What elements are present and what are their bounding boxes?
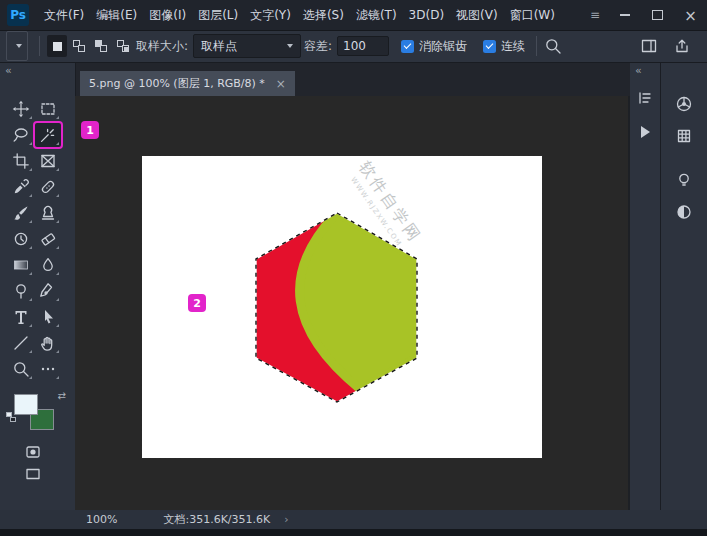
document[interactable]: 软件自学网 WWW.RJZXW.COM 2 [142, 156, 542, 458]
eyedropper-tool[interactable] [8, 175, 34, 199]
subtract-selection-icon [95, 40, 107, 52]
sample-size-value: 取样点 [201, 38, 237, 55]
brush-tool[interactable] [8, 201, 34, 225]
close-icon [684, 6, 697, 25]
color-wheel-icon [675, 95, 693, 113]
gradient-tool-icon [12, 256, 30, 274]
clone-stamp-tool[interactable] [35, 201, 61, 225]
tolerance-label: 容差: [304, 38, 332, 55]
zoom-level[interactable]: 100% [86, 513, 117, 526]
play-icon [641, 126, 650, 138]
photoshop-logo: Ps [7, 4, 29, 26]
marquee-tool[interactable] [35, 97, 61, 121]
line-tool-icon [12, 334, 30, 352]
tolerance-input[interactable] [337, 36, 389, 56]
checkbox-checked-icon [483, 40, 496, 53]
dodge-tool[interactable] [8, 279, 34, 303]
tab-strip: 5.png @ 100% (图层 1, RGB/8) * [75, 62, 630, 96]
tools-panel [0, 62, 76, 510]
move-tool[interactable] [8, 97, 34, 121]
step-2-badge: 2 [188, 294, 206, 312]
menu-filter[interactable]: 滤镜(T) [350, 0, 403, 30]
step-1-badge: 1 [81, 121, 99, 139]
menu-edit[interactable]: 编辑(E) [90, 0, 143, 30]
eraser-tool[interactable] [35, 227, 61, 251]
crop-tool[interactable] [8, 149, 34, 173]
add-selection-button[interactable] [69, 35, 89, 57]
frame-tool[interactable] [35, 149, 61, 173]
add-selection-icon [73, 40, 85, 52]
menu-bar: Ps 文件(F) 编辑(E) 图像(I) 图层(L) 文字(Y) 选择(S) 滤… [0, 0, 707, 31]
line-tool[interactable] [8, 331, 34, 355]
move-tool-icon [12, 100, 30, 118]
canvas-area[interactable]: 软件自学网 WWW.RJZXW.COM 2 [75, 96, 630, 510]
document-tab[interactable]: 5.png @ 100% (图层 1, RGB/8) * [80, 71, 295, 96]
screen-mode-button[interactable] [20, 464, 46, 484]
learn-panel-button[interactable] [672, 168, 696, 192]
eraser-tool-icon [39, 230, 57, 248]
blur-tool[interactable] [35, 253, 61, 277]
tool-preset-picker[interactable] [6, 31, 28, 61]
menu-view[interactable]: 视图(V) [450, 0, 504, 30]
gradient-tool[interactable] [8, 253, 34, 277]
zoom-tool[interactable] [8, 357, 34, 381]
menu-type[interactable]: 文字(Y) [244, 0, 297, 30]
pen-tool[interactable] [35, 279, 61, 303]
path-selection-tool[interactable] [35, 305, 61, 329]
share-icon[interactable] [673, 37, 691, 55]
close-button[interactable] [674, 0, 707, 30]
3d-panel-button[interactable] [672, 200, 696, 224]
swatches-panel-button[interactable] [672, 124, 696, 148]
healing-brush-tool[interactable] [35, 175, 61, 199]
expand-panels-icon[interactable] [635, 64, 642, 77]
clone-stamp-tool-icon [39, 204, 57, 222]
maximize-button[interactable] [641, 0, 674, 30]
menu-select[interactable]: 选择(S) [297, 0, 350, 30]
ellipsis-icon [39, 360, 57, 378]
document-tab-title: 5.png @ 100% (图层 1, RGB/8) * [89, 76, 265, 91]
subtract-selection-button[interactable] [91, 35, 111, 57]
properties-panel-icon [636, 89, 654, 107]
checkbox-checked-icon [401, 40, 414, 53]
brush-tool-icon [12, 204, 30, 222]
sample-size-dropdown[interactable]: 取样点 [193, 34, 301, 58]
menu-overflow-icon[interactable] [582, 8, 608, 22]
anti-alias-option[interactable]: 消除锯齿 [401, 38, 467, 55]
tab-close-icon[interactable] [276, 77, 286, 91]
panels-icon[interactable] [640, 37, 658, 55]
actions-panel-button[interactable] [633, 120, 657, 144]
color-swatches [10, 392, 66, 436]
foreground-color-swatch[interactable] [14, 394, 38, 415]
menu-image[interactable]: 图像(I) [143, 0, 192, 30]
menu-3d[interactable]: 3D(D) [403, 0, 450, 30]
blur-tool-icon [39, 256, 57, 274]
menu-window[interactable]: 窗口(W) [504, 0, 561, 30]
menu-layer[interactable]: 图层(L) [192, 0, 244, 30]
pen-tool-icon [39, 282, 57, 300]
maximize-icon [652, 10, 663, 20]
status-bar: 100% 文档:351.6K/351.6K [0, 510, 707, 529]
lasso-tool[interactable] [8, 123, 34, 147]
minimize-button[interactable] [608, 0, 641, 30]
menu-file[interactable]: 文件(F) [38, 0, 90, 30]
contiguous-option[interactable]: 连续 [483, 38, 525, 55]
color-panel-button[interactable] [672, 92, 696, 116]
more-tools-button[interactable] [35, 357, 61, 381]
selection-mode-group [47, 35, 133, 57]
intersect-selection-button[interactable] [113, 35, 133, 57]
search-icon[interactable] [544, 37, 562, 55]
quick-mask-button[interactable] [20, 442, 46, 462]
window-bottom-edge [0, 529, 707, 536]
magic-wand-tool-icon [39, 126, 57, 144]
type-tool[interactable] [8, 305, 34, 329]
collapse-panel-icon[interactable] [5, 64, 12, 77]
magic-wand-tool[interactable] [35, 123, 61, 147]
status-options-icon[interactable] [284, 513, 288, 526]
history-brush-tool[interactable] [8, 227, 34, 251]
new-selection-button[interactable] [47, 35, 67, 57]
sphere-icon [675, 203, 693, 221]
hand-tool[interactable] [35, 331, 61, 355]
swap-colors-icon[interactable] [58, 390, 66, 401]
properties-panel-button[interactable] [633, 86, 657, 110]
document-info: 文档:351.6K/351.6K [163, 512, 270, 527]
